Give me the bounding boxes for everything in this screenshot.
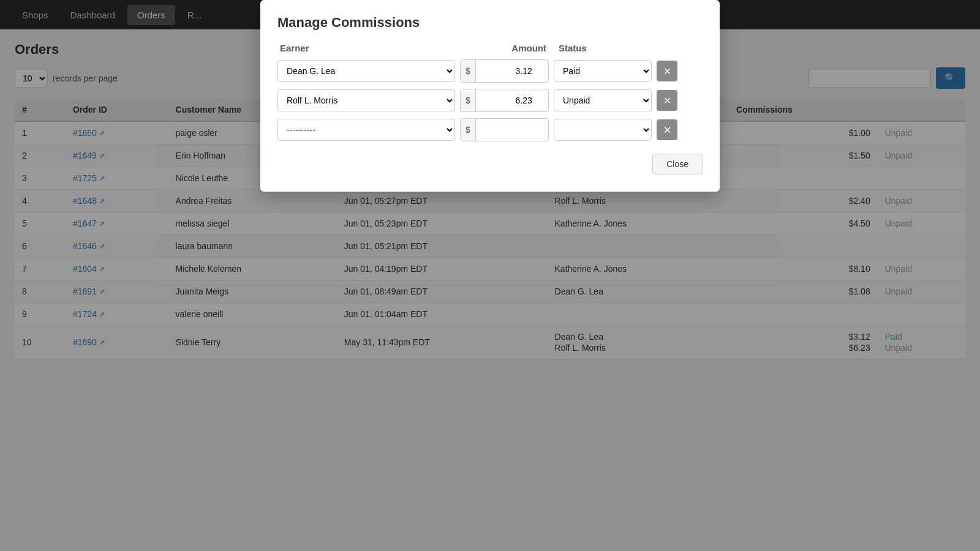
status-select-3[interactable]: Paid Unpaid bbox=[554, 119, 652, 141]
dollar-sign-1: $ bbox=[461, 60, 476, 82]
commission-row-2: Dean G. Lea Rolf L. Morris Katherine A. … bbox=[277, 89, 703, 112]
earner-select-1[interactable]: Dean G. Lea Rolf L. Morris Katherine A. … bbox=[277, 60, 455, 82]
amount-input-3[interactable] bbox=[476, 120, 537, 140]
manage-commissions-modal: Manage Commissions Earner Amount Status … bbox=[260, 0, 720, 192]
status-select-2[interactable]: Paid Unpaid bbox=[554, 89, 652, 111]
earner-select-2[interactable]: Dean G. Lea Rolf L. Morris Katherine A. … bbox=[277, 89, 455, 111]
amount-input-1[interactable] bbox=[476, 61, 537, 81]
commission-row-3: ---------- Dean G. Lea Rolf L. Morris Ka… bbox=[277, 118, 703, 141]
remove-button-1[interactable]: ✕ bbox=[657, 61, 677, 81]
amount-group-2: $ bbox=[460, 89, 549, 112]
commission-status-header: Status bbox=[559, 43, 660, 53]
commission-amount-header: Amount bbox=[461, 43, 559, 53]
amount-group-3: $ bbox=[460, 118, 549, 141]
status-select-1[interactable]: Paid Unpaid bbox=[554, 60, 652, 82]
earner-select-3[interactable]: ---------- Dean G. Lea Rolf L. Morris Ka… bbox=[277, 119, 455, 141]
modal-title: Manage Commissions bbox=[277, 15, 703, 31]
remove-button-2[interactable]: ✕ bbox=[657, 90, 677, 111]
close-button[interactable]: Close bbox=[652, 154, 703, 174]
commission-row-1: Dean G. Lea Rolf L. Morris Katherine A. … bbox=[277, 59, 703, 83]
commission-earner-header: Earner bbox=[280, 43, 461, 53]
amount-input-2[interactable] bbox=[476, 91, 537, 110]
dollar-sign-3: $ bbox=[461, 119, 476, 141]
modal-overlay: Manage Commissions Earner Amount Status … bbox=[0, 0, 980, 372]
modal-footer: Close bbox=[277, 154, 703, 174]
amount-group-1: $ bbox=[460, 59, 549, 83]
remove-button-3[interactable]: ✕ bbox=[657, 119, 677, 140]
dollar-sign-2: $ bbox=[461, 89, 476, 111]
commission-header: Earner Amount Status bbox=[277, 43, 703, 53]
